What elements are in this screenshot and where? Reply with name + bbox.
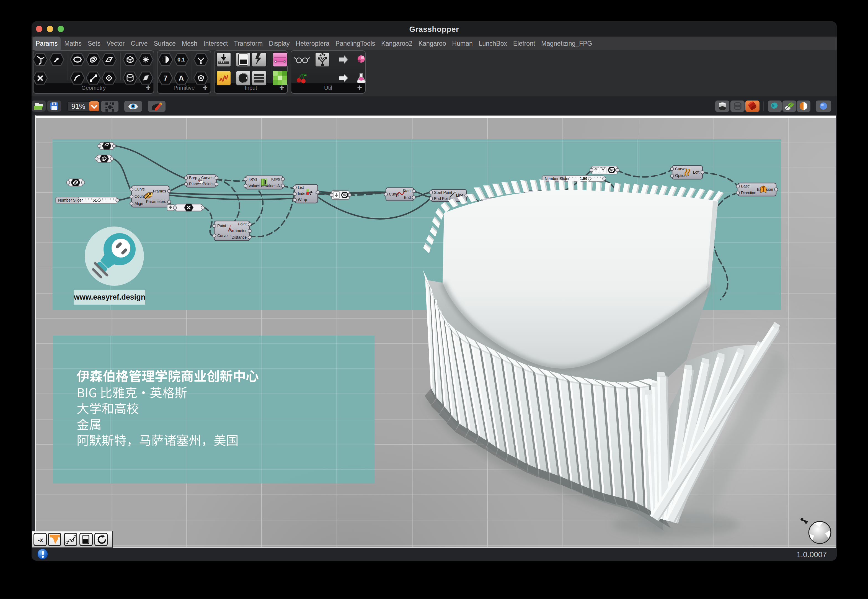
svg-text:Point: Point [217,223,226,228]
svg-text:Brep: Brep [189,175,197,180]
svg-text:Distance: Distance [232,235,247,240]
svg-text:Start Point: Start Point [434,190,452,195]
svg-text:Number Slider: Number Slider [58,198,83,203]
svg-text:Options: Options [675,174,689,178]
svg-text:-x: -x [38,536,43,543]
svg-text:51: 51 [92,198,97,203]
svg-text:Base: Base [741,184,750,188]
svg-text:Curve: Curve [217,233,228,238]
svg-text:Number Slider: Number Slider [545,177,570,181]
svg-text:0.1: 0.1 [178,57,185,63]
svg-text:Keys: Keys [248,177,257,181]
svg-text:7: 7 [164,74,167,82]
svg-text:Count: Count [135,194,145,198]
svg-text:End: End [404,195,411,200]
svg-text:Curve: Curve [135,187,145,191]
svg-text:List: List [298,185,304,190]
svg-text:A: A [179,74,184,82]
svg-text:Frames: Frames [153,189,166,193]
svg-text:Align: Align [135,201,143,206]
svg-text:Values A: Values A [265,184,280,188]
svg-text:91%: 91% [71,103,85,110]
svg-text:www.easyref.design: www.easyref.design [74,293,146,301]
svg-text:Wrap: Wrap [298,197,307,202]
svg-text:Parameter: Parameter [229,229,247,233]
svg-text:1.59: 1.59 [580,177,587,181]
svg-text:Curves: Curves [675,167,687,171]
svg-text:Keys: Keys [271,177,280,181]
svg-text:Parameters: Parameters [146,200,166,204]
svg-text:Point: Point [238,222,247,226]
svg-text:Plane: Plane [189,182,199,186]
svg-text:Points: Points [202,182,213,186]
svg-text:i: i [315,190,316,195]
svg-text:Direction: Direction [741,190,756,195]
svg-text:Loft: Loft [693,170,699,175]
